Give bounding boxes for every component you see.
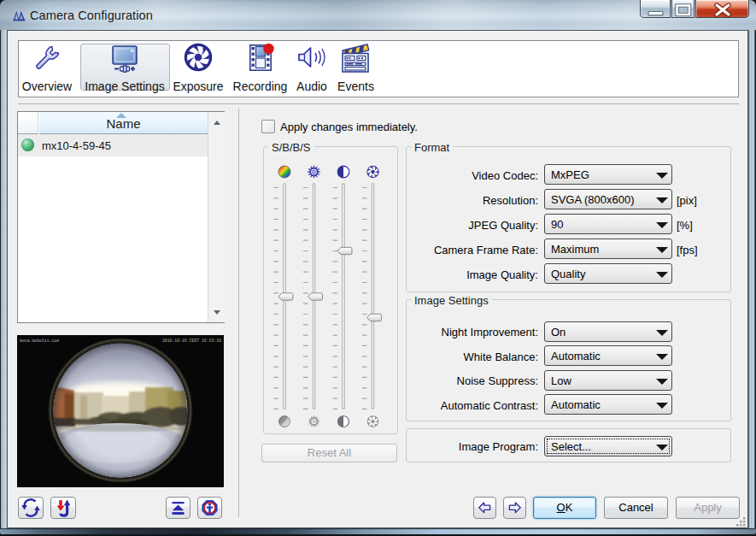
svg-text:2010-10-16 CEST 16:13:10: 2010-10-16 CEST 16:13:10 — [162, 339, 221, 343]
svg-text:mona.mobotix.com: mona.mobotix.com — [20, 339, 59, 343]
